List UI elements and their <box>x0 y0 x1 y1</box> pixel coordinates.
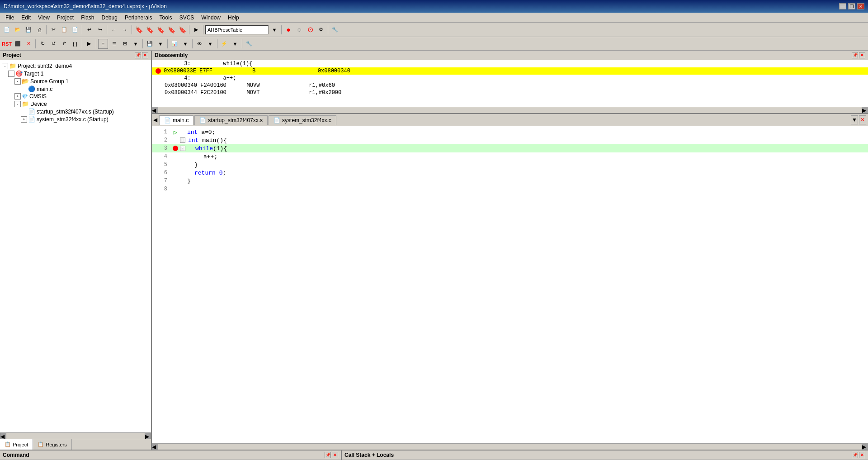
menu-debug[interactable]: Debug <box>98 14 121 22</box>
step-button[interactable]: ⬛ <box>13 39 23 49</box>
logic-btn[interactable]: ⚡ <box>219 39 229 49</box>
tab-registers[interactable]: 📋 Registers <box>33 439 71 450</box>
reset-button[interactable]: RST <box>2 39 12 49</box>
menu-tools[interactable]: Tools <box>156 14 176 22</box>
tab-system[interactable]: 📄 system_stm32f4xx.c <box>269 115 336 125</box>
dis-close-button[interactable]: ✕ <box>859 52 865 58</box>
copy-button[interactable]: 📋 <box>59 25 69 35</box>
step-in2-button[interactable]: ↻ <box>38 39 47 49</box>
scroll-right[interactable]: ▶ <box>145 433 151 439</box>
breakpoint-dot[interactable] <box>156 68 161 74</box>
expand-btn-2[interactable]: - <box>180 138 185 143</box>
menu-view[interactable]: View <box>34 14 53 22</box>
tree-root[interactable]: - 📁 Project: stm32_demo4 <box>2 62 149 70</box>
build-button[interactable]: 🔧 <box>330 25 340 35</box>
step-out-button[interactable]: ↺ <box>48 39 58 49</box>
run-cursor-button[interactable]: { } <box>70 39 80 49</box>
save-button[interactable]: 💾 <box>24 25 33 35</box>
menu-edit[interactable]: Edit <box>18 14 34 22</box>
dis-hscroll[interactable]: ◀ ▶ <box>152 107 868 113</box>
tree-srcgroup[interactable]: - 📂 Source Group 1 <box>2 77 149 85</box>
cut-button[interactable]: ✂ <box>48 25 58 35</box>
nav-back-button[interactable]: ← <box>109 25 119 35</box>
save-all-button[interactable]: 🖨 <box>34 25 44 35</box>
code-scroll-right[interactable]: ▶ <box>862 444 868 450</box>
tab-dropdown-button[interactable]: ▼ <box>851 115 858 124</box>
stop-button[interactable]: ○ <box>294 25 304 35</box>
cmd-close-button[interactable]: ✕ <box>332 452 338 458</box>
bookmark3-button[interactable]: 🔖 <box>156 25 165 35</box>
step-into-button[interactable]: ⊙ <box>305 25 315 35</box>
tab-startup[interactable]: 📄 startup_stm32f407xx.s <box>194 115 268 125</box>
menu-flash[interactable]: Flash <box>77 14 98 22</box>
redo-button[interactable]: ↪ <box>95 25 105 35</box>
tree-expand-system[interactable]: + <box>21 116 27 123</box>
show-src-button[interactable]: ≡ <box>98 39 108 49</box>
dropdown-button[interactable]: ▼ <box>269 25 279 35</box>
minimize-button[interactable]: — <box>839 3 846 9</box>
close-button[interactable]: ✕ <box>857 3 864 9</box>
tree-expand-srcgroup[interactable]: - <box>14 78 21 85</box>
new-file-button[interactable]: 📄 <box>2 25 12 35</box>
bookmark2-button[interactable]: 🔖 <box>145 25 155 35</box>
code-hscroll[interactable]: ◀ ▶ <box>152 443 868 450</box>
undo-button[interactable]: ↩ <box>84 25 94 35</box>
tree-startup[interactable]: 📄 startup_stm32f407xx.s (Startup) <box>2 108 149 115</box>
bookmark5-button[interactable]: 🔖 <box>177 25 187 35</box>
expand-btn-3[interactable]: - <box>180 146 185 151</box>
mem-btn2[interactable]: ▼ <box>156 39 165 49</box>
build-run-button[interactable]: ▶ <box>191 25 201 35</box>
stop2-button[interactable]: ✕ <box>24 39 33 49</box>
scroll-left[interactable]: ◀ <box>0 433 6 439</box>
show-dis-button[interactable]: ≣ <box>109 39 119 49</box>
pin-button[interactable]: 📌 <box>135 52 141 58</box>
mem-btn[interactable]: 💾 <box>145 39 155 49</box>
dis-scroll-right[interactable]: ▶ <box>862 107 868 113</box>
tab-scroll-left[interactable]: ◀ <box>152 114 159 126</box>
code-scroll-left[interactable]: ◀ <box>152 444 158 450</box>
menu-window[interactable]: Window <box>198 14 224 22</box>
dis-pin-button[interactable]: 📌 <box>852 52 858 58</box>
bookmark4-button[interactable]: 🔖 <box>166 25 176 35</box>
tab-project[interactable]: 📋 Project <box>0 439 33 450</box>
breakpoint-3[interactable] <box>173 146 178 151</box>
menu-project[interactable]: Project <box>53 14 77 22</box>
continue-button[interactable]: ▶ <box>84 39 94 49</box>
open-button[interactable]: 📂 <box>13 25 23 35</box>
trace-btn2[interactable]: ▼ <box>180 39 190 49</box>
logic-btn2[interactable]: ▼ <box>230 39 240 49</box>
project-hscroll[interactable]: ◀ ▶ <box>0 432 151 439</box>
tab-mainc[interactable]: 📄 main.c <box>159 115 193 125</box>
tab-close-all-button[interactable]: ✕ <box>859 115 866 124</box>
run-button[interactable]: ● <box>283 25 293 35</box>
step-over-button[interactable]: ↱ <box>59 39 69 49</box>
watch-btn2[interactable]: ▼ <box>205 39 215 49</box>
tree-target[interactable]: - 🎯 Target 1 <box>2 70 149 77</box>
tree-expand-device[interactable]: - <box>14 101 21 107</box>
menu-svcs[interactable]: SVCS <box>176 14 198 22</box>
watch-btn[interactable]: 👁 <box>194 39 204 49</box>
maximize-button[interactable]: ❐ <box>848 3 855 9</box>
menu-file[interactable]: File <box>2 14 18 22</box>
tree-cmsis[interactable]: + 💎 CMSIS <box>2 93 149 100</box>
view-btn2[interactable]: ▼ <box>131 39 141 49</box>
settings-button[interactable]: ⚙ <box>316 25 326 35</box>
view-btn1[interactable]: ⊞ <box>120 39 130 49</box>
tree-expand-root[interactable]: - <box>2 63 8 69</box>
close-panel-button[interactable]: ✕ <box>142 52 148 58</box>
paste-button[interactable]: 📄 <box>70 25 80 35</box>
cmd-pin-button[interactable]: 📌 <box>325 452 331 458</box>
trace-btn[interactable]: 📊 <box>170 39 179 49</box>
nav-forward-button[interactable]: → <box>120 25 130 35</box>
menu-help[interactable]: Help <box>224 14 243 22</box>
tools-btn[interactable]: 🔧 <box>244 39 254 49</box>
tree-expand-cmsis[interactable]: + <box>14 93 21 100</box>
menu-peripherals[interactable]: Peripherals <box>121 14 156 22</box>
function-input[interactable] <box>205 25 269 34</box>
tree-mainc[interactable]: 🔵 main.c <box>2 85 149 93</box>
cs-pin-button[interactable]: 📌 <box>852 452 858 458</box>
dis-scroll-left[interactable]: ◀ <box>152 107 158 113</box>
bookmark1-button[interactable]: 🔖 <box>134 25 144 35</box>
cs-close-button[interactable]: ✕ <box>859 452 865 458</box>
tree-device[interactable]: - 📁 Device <box>2 100 149 108</box>
